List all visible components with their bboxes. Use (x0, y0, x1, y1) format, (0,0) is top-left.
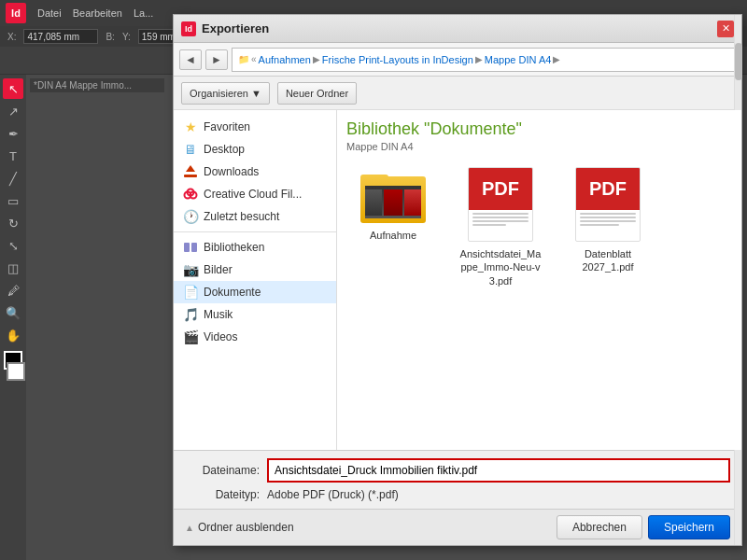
footer-right: Abbrechen Speichern (557, 515, 730, 539)
dialog-bottom: Dateiname: Dateityp: Adobe PDF (Druck) (… (174, 450, 741, 509)
sidebar-dokumente-label: Dokumente (204, 286, 261, 299)
organize-button[interactable]: Organisieren ▼ (181, 82, 270, 105)
b-label: B: (106, 32, 114, 42)
content-files: Aufnahme PDF A (346, 161, 732, 293)
sidebar-item-videos[interactable]: 🎬 Videos (174, 326, 336, 348)
dialog-footer: ▲ Ordner ausblenden Abbrechen Speichern (174, 509, 741, 545)
dialog-titlebar: Id Exportieren ✕ (174, 15, 741, 43)
recent-icon: 🕐 (183, 209, 198, 224)
gradient-tool-icon[interactable]: ◫ (3, 258, 23, 278)
content-header: Bibliothek "Dokumente" Mappe DIN A4 (346, 119, 732, 152)
sidebar-bilder-label: Bilder (204, 263, 233, 276)
sidebar-divider (174, 231, 336, 232)
menu-la[interactable]: La... (134, 7, 153, 19)
sidebar-item-creative-cloud[interactable]: Creative Cloud Fil... (174, 183, 336, 205)
breadcrumb-aufnahmen[interactable]: Aufnahmen (259, 54, 311, 65)
sidebar-libraries-header: Bibliotheken (174, 236, 336, 259)
svg-rect-5 (184, 243, 190, 252)
breadcrumb-path: 📁 « Aufnahmen ▶ Frische Print-Layouts in… (232, 48, 736, 72)
toggle-arrow-icon: ▲ (185, 523, 194, 533)
content-library-title: Bibliothek "Dokumente" (346, 119, 732, 139)
cancel-button[interactable]: Abbrechen (557, 515, 642, 539)
breadcrumb-folder-icon: 📁 (238, 54, 249, 64)
sidebar-item-musik[interactable]: 🎵 Musik (174, 303, 336, 326)
menu-datei[interactable]: Datei (37, 7, 62, 19)
y-label: Y: (122, 32, 131, 42)
sidebar-downloads-label: Downloads (204, 165, 259, 178)
pdf-ansichtsdatei-icon: PDF (468, 167, 533, 242)
musik-icon: 🎵 (183, 307, 198, 322)
content-library-subtitle: Mappe DIN A4 (346, 141, 732, 152)
sidebar-item-desktop[interactable]: 🖥 Desktop (174, 138, 336, 161)
sidebar-cc-label: Creative Cloud Fil... (204, 188, 302, 201)
libraries-icon (183, 240, 198, 255)
back-button[interactable]: ◄ (179, 49, 202, 70)
bilder-icon: 📷 (183, 262, 198, 277)
dokumente-icon: 📄 (183, 285, 198, 300)
stroke-color-swatch[interactable] (7, 362, 25, 381)
breadcrumb-mappe[interactable]: Mappe DIN A4 (485, 54, 552, 65)
save-button[interactable]: Speichern (648, 515, 730, 539)
breadcrumb-sep1: « (251, 54, 257, 64)
sidebar-item-bilder[interactable]: 📷 Bilder (174, 259, 336, 281)
breadcrumb-frische[interactable]: Frische Print-Layouts in InDesign (322, 54, 473, 65)
sidebar-item-recent[interactable]: 🕐 Zuletzt besucht (174, 205, 336, 228)
direct-select-icon[interactable]: ↗ (3, 101, 23, 121)
file-ansichtsdatei-label: Ansichtsdatei_Ma ppe_Immo-Neu-v 3.pdf (459, 247, 542, 287)
file-item-ansichtsdatei[interactable]: PDF Ansichtsdatei_Ma ppe_Immo-Neu-v 3.pd… (454, 161, 547, 293)
rotate-tool-icon[interactable]: ↻ (3, 213, 23, 233)
folder-toggle-button[interactable]: ▲ Ordner ausblenden (185, 521, 294, 534)
breadcrumb-bar: ◄ ► 📁 « Aufnahmen ▶ Frische Print-Layout… (174, 43, 741, 77)
file-item-datenblatt[interactable]: PDF Datenblatt 2027_1.pdf (561, 161, 655, 293)
svg-rect-0 (184, 175, 197, 177)
sidebar-libraries-label: Bibliotheken (204, 241, 264, 254)
breadcrumb-arrow1: ▶ (313, 54, 320, 64)
dialog-title: Exportieren (202, 21, 712, 35)
filename-row: Dateiname: (185, 458, 730, 483)
rectangle-tool-icon[interactable]: ▭ (3, 190, 23, 211)
content-area: Bibliothek "Dokumente" Mappe DIN A4 (337, 110, 741, 450)
sidebar-item-downloads[interactable]: Downloads (174, 161, 336, 183)
file-datenblatt-label: Datenblatt 2027_1.pdf (567, 247, 649, 274)
select-tool-icon[interactable]: ↖ (3, 78, 23, 99)
sidebar: ★ Favoriten 🖥 Desktop Downloads (174, 110, 337, 450)
new-folder-button[interactable]: Neuer Ordner (277, 82, 357, 105)
organize-label: Organisieren (190, 88, 248, 99)
sidebar-desktop-label: Desktop (204, 143, 245, 156)
type-tool-icon[interactable]: T (3, 146, 23, 166)
hand-tool-icon[interactable]: ✋ (3, 325, 23, 345)
dialog-close-button[interactable]: ✕ (717, 21, 734, 37)
dialog-toolbar: Organisieren ▼ Neuer Ordner (174, 77, 741, 110)
sidebar-favorites-header: ★ Favoriten (174, 116, 336, 138)
x-input[interactable] (23, 29, 98, 44)
organize-dropdown-icon: ▼ (251, 88, 261, 99)
filename-input[interactable] (267, 458, 730, 483)
downloads-icon (183, 164, 198, 179)
svg-marker-1 (186, 165, 195, 172)
pdf-datenblatt-icon: PDF (575, 167, 641, 242)
canvas-title: *DIN A4 Mappe Immo... (30, 78, 164, 92)
folder-aufnahme-icon (360, 167, 426, 223)
scale-tool-icon[interactable]: ⤡ (3, 235, 23, 256)
menu-bearbeiten[interactable]: Bearbeiten (73, 7, 122, 19)
videos-icon: 🎬 (183, 329, 198, 344)
dialog-main: ★ Favoriten 🖥 Desktop Downloads (174, 110, 741, 450)
desktop-folder-icon: 🖥 (183, 142, 198, 157)
filetype-label: Dateityp: (185, 488, 260, 501)
eyedropper-icon[interactable]: 🖉 (3, 280, 23, 301)
line-tool-icon[interactable]: ╱ (3, 168, 23, 189)
sidebar-item-dokumente[interactable]: 📄 Dokumente (174, 281, 336, 303)
file-item-aufnahme[interactable]: Aufnahme (346, 161, 440, 293)
star-icon: ★ (183, 119, 198, 134)
filetype-value: Adobe PDF (Druck) (*.pdf) (267, 488, 399, 501)
id-tools-panel: ↖ ↗ ✒ T ╱ ▭ ↻ ⤡ ◫ 🖉 🔍 ✋ (0, 75, 26, 560)
creative-cloud-icon (183, 187, 198, 202)
zoom-tool-icon[interactable]: 🔍 (3, 302, 23, 323)
pen-tool-icon[interactable]: ✒ (3, 123, 23, 144)
filename-label: Dateiname: (185, 464, 260, 477)
folder-toggle-label: Ordner ausblenden (198, 521, 294, 534)
forward-button[interactable]: ► (205, 49, 228, 70)
footer-left: ▲ Ordner ausblenden (185, 521, 294, 534)
sidebar-videos-label: Videos (204, 330, 237, 343)
x-label: X: (7, 32, 16, 42)
